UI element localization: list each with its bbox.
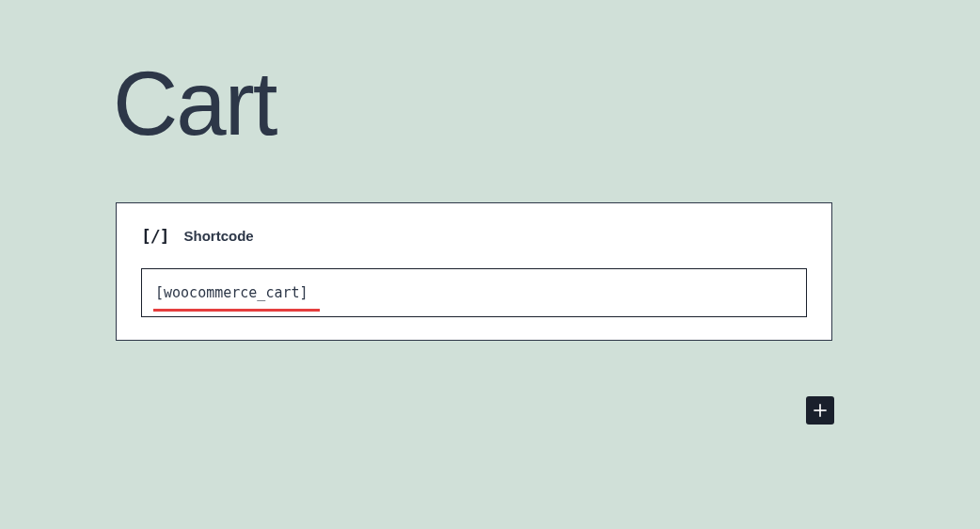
shortcode-icon: [/] bbox=[141, 226, 169, 246]
plus-icon bbox=[811, 401, 830, 420]
block-type-label: Shortcode bbox=[184, 228, 254, 244]
annotation-underline bbox=[153, 309, 320, 312]
add-block-button[interactable] bbox=[806, 396, 834, 425]
shortcode-block[interactable]: [/] Shortcode bbox=[116, 202, 832, 341]
page-title[interactable]: Cart bbox=[113, 52, 980, 155]
block-header: [/] Shortcode bbox=[141, 226, 807, 246]
shortcode-input-wrap bbox=[141, 268, 807, 317]
